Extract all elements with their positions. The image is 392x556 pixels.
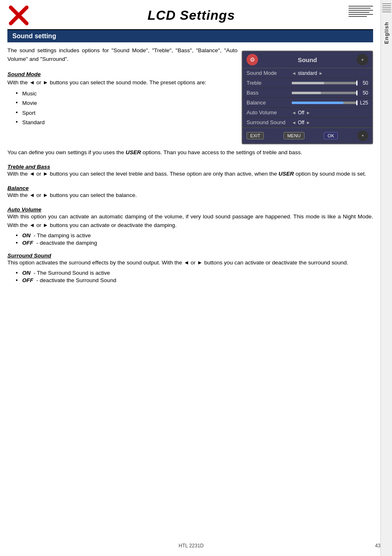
balance-value: L25 — [358, 100, 368, 106]
sound-mode-options-list: Music Movie Sport Standard — [16, 90, 238, 127]
option-sport: Sport — [22, 110, 35, 116]
list-item: OFF - deactivate the damping — [16, 240, 373, 246]
list-item: ON - The damping is active — [16, 232, 373, 239]
exit-button[interactable]: EXIT — [247, 132, 264, 139]
treble-bar-tick — [356, 81, 357, 86]
osd-value-sound-mode: ◄ standard ► — [292, 70, 368, 76]
osd-label-balance: Balance — [247, 100, 292, 106]
osd-label-surround-sound: Surround Sound — [247, 119, 292, 125]
osd-label-bass: Bass — [247, 90, 292, 96]
osd-value-balance: L25 — [292, 100, 368, 106]
surround-sound-desc: This option activates the surround effec… — [7, 259, 373, 267]
treble-bass-title: Treble and Bass — [7, 164, 373, 170]
osd-label-sound-mode: Sound Mode — [247, 70, 292, 76]
surround-sound-title: Surround Sound — [7, 253, 373, 259]
osd-surround-sound-value: Off — [298, 120, 304, 125]
osd-label-treble: Treble — [247, 80, 292, 86]
option-movie: Movie — [22, 100, 37, 106]
user-text2: USER — [279, 171, 294, 177]
sound-mode-desc: With the ◄ or ► buttons you can select t… — [7, 79, 238, 87]
osd-value-bass: 50 — [292, 90, 368, 96]
av-off-desc: - deactivate the damping — [35, 240, 97, 246]
list-item: Music — [16, 90, 238, 98]
auto-volume-desc: With this option you can activate an aut… — [7, 213, 373, 230]
treble-bass-desc: With the ◄ or ► buttons you can select t… — [7, 170, 373, 178]
option-music: Music — [22, 90, 37, 97]
side-bar: English — [380, 0, 392, 556]
osd-icon-right: ✦ — [357, 54, 368, 65]
osd-menu: ⚙ Sound ✦ Sound Mode ◄ standard ► Treble — [242, 51, 373, 144]
list-item: Movie — [16, 99, 238, 107]
surround-sound-section: Surround Sound This option activates the… — [7, 253, 373, 283]
osd-row-bass: Bass 50 — [242, 88, 372, 98]
treble-bass-section: Treble and Bass With the ◄ or ► buttons … — [7, 164, 373, 178]
page-header: LCD Settings — [7, 0, 373, 30]
sound-mode-section: Sound Mode With the ◄ or ► buttons you c… — [7, 70, 238, 87]
ss-left-arrow-icon: ◄ — [292, 120, 296, 125]
surround-sound-options-list: ON - The Surround Sound is active OFF - … — [16, 270, 373, 283]
osd-row-surround-sound: Surround Sound ◄ Off ► — [242, 118, 372, 127]
list-item: Sport — [16, 109, 238, 117]
osd-title: Sound — [258, 56, 357, 63]
user-note: You can define you own settings if you u… — [7, 148, 373, 157]
ss-on-label: ON — [22, 270, 30, 276]
osd-icon-left: ⚙ — [247, 54, 258, 65]
sidebar-language-label: English — [383, 22, 390, 44]
menu-button[interactable]: MENU — [284, 132, 304, 139]
footer-model: HTL 2231D — [7, 543, 375, 549]
balance-bar — [292, 102, 357, 104]
bass-bar — [292, 92, 357, 94]
osd-sound-mode-value: standard — [298, 70, 317, 76]
sound-mode-title: Sound Mode — [7, 70, 238, 79]
auto-volume-options-list: ON - The damping is active OFF - deactiv… — [16, 232, 373, 246]
option-standard: Standard — [22, 119, 45, 125]
balance-bar-tick — [356, 100, 357, 105]
av-off-label: OFF — [22, 240, 33, 246]
footer-page: 43 — [375, 543, 380, 549]
osd-row-balance: Balance L25 — [242, 98, 372, 108]
balance-desc: With the ◄ or ► buttons you can select t… — [7, 191, 373, 200]
page-footer: HTL 2231D 43 — [7, 543, 380, 549]
osd-value-surround-sound: ◄ Off ► — [292, 120, 368, 125]
av-right-arrow-icon: ► — [306, 110, 311, 115]
auto-volume-title: Auto Volume — [7, 206, 373, 213]
section-intro: The sound settings includes options for … — [7, 46, 238, 64]
side-bar-decoration — [382, 3, 391, 14]
page-title: LCD Settings — [34, 8, 348, 23]
list-item: OFF - deactivate the Surround Sound — [16, 277, 373, 283]
balance-bar-fill — [292, 102, 344, 104]
ss-on-desc: - The Surround Sound is active — [32, 270, 110, 276]
balance-title: Balance — [7, 185, 373, 191]
bass-value: 50 — [358, 90, 368, 96]
right-column: ⚙ Sound ✦ Sound Mode ◄ standard ► Treble — [242, 46, 373, 144]
ss-right-arrow-icon: ► — [306, 120, 311, 125]
user-text: USER — [126, 149, 141, 155]
bass-bar-fill — [292, 92, 321, 94]
osd-row-treble: Treble 50 — [242, 78, 372, 88]
balance-section: Balance With the ◄ or ► buttons you can … — [7, 185, 373, 200]
av-on-desc: - The damping is active — [32, 232, 91, 239]
ok-button[interactable]: OK — [324, 132, 338, 139]
section-heading-text: Sound setting — [12, 32, 56, 39]
left-column: The sound settings includes options for … — [7, 46, 238, 144]
osd-auto-volume-value: Off — [298, 110, 304, 116]
ss-off-label: OFF — [22, 277, 33, 283]
ss-off-desc: - deactivate the Surround Sound — [35, 277, 116, 283]
treble-bar — [292, 82, 357, 84]
av-left-arrow-icon: ◄ — [292, 110, 296, 115]
logo-icon — [7, 4, 30, 27]
header-decoration — [348, 6, 373, 17]
osd-row-auto-volume: Auto Volume ◄ Off ► — [242, 108, 372, 118]
osd-header: ⚙ Sound ✦ — [242, 51, 372, 68]
treble-bar-fill — [292, 82, 324, 84]
bass-bar-tick — [356, 90, 357, 95]
osd-footer: EXIT MENU OK ✦ — [242, 127, 372, 144]
remote-icon: ✦ — [357, 130, 368, 141]
list-item: ON - The Surround Sound is active — [16, 270, 373, 276]
osd-value-treble: 50 — [292, 80, 368, 86]
osd-label-auto-volume: Auto Volume — [247, 109, 292, 116]
treble-value: 50 — [358, 80, 368, 86]
auto-volume-section: Auto Volume With this option you can act… — [7, 206, 373, 246]
left-arrow-icon: ◄ — [292, 71, 296, 76]
right-arrow-icon: ► — [319, 71, 323, 76]
